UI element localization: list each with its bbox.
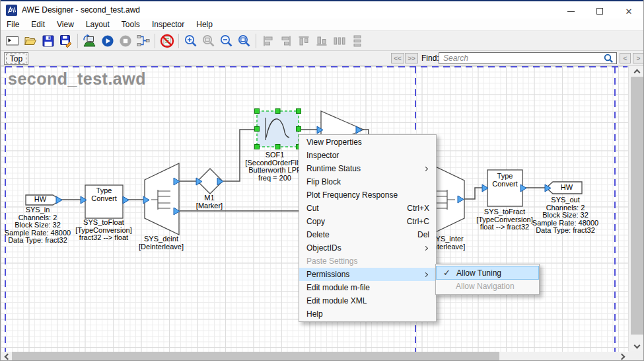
block-sof1-selected[interactable] bbox=[255, 109, 301, 149]
connect-target-icon bbox=[83, 34, 96, 48]
context-menu-item-runtime-status[interactable]: Runtime Status bbox=[299, 162, 436, 175]
menu-file[interactable]: File bbox=[1, 19, 25, 30]
distribute-vertical-icon bbox=[351, 34, 364, 48]
align-right-button[interactable] bbox=[277, 32, 295, 50]
propagate-changes-icon bbox=[136, 34, 150, 48]
align-left-icon bbox=[262, 34, 275, 48]
shortcut-label: Ctrl+X bbox=[407, 204, 429, 213]
pin-sysin-out[interactable] bbox=[56, 196, 62, 204]
maximize-icon bbox=[596, 8, 603, 15]
horizontal-scroll-thumb[interactable] bbox=[12, 352, 499, 361]
menu-inspector[interactable]: Inspector bbox=[146, 19, 190, 30]
context-menu-item-cut[interactable]: CutCtrl+X bbox=[299, 202, 436, 215]
context-menu-item-permissions[interactable]: Permissions bbox=[299, 268, 436, 281]
horizontal-scrollbar[interactable] bbox=[1, 352, 628, 361]
connect-target-button[interactable] bbox=[81, 32, 98, 50]
scroll-down-button[interactable] bbox=[629, 341, 644, 352]
search-icon[interactable] bbox=[604, 54, 614, 63]
find-next-button[interactable]: > bbox=[633, 53, 644, 63]
search-input[interactable] bbox=[439, 52, 617, 64]
menu-layout[interactable]: Layout bbox=[80, 19, 116, 30]
block-sys-deint[interactable] bbox=[145, 163, 179, 235]
close-button[interactable]: ✕ bbox=[614, 3, 643, 20]
save-icon bbox=[42, 34, 55, 48]
save-button[interactable] bbox=[39, 32, 57, 50]
zoom-in-icon bbox=[184, 34, 197, 48]
shortcut-label: Del bbox=[417, 230, 429, 239]
find-label: Find: bbox=[421, 54, 439, 63]
vertical-scroll-thumb[interactable] bbox=[631, 77, 643, 335]
menu-help[interactable]: Help bbox=[190, 19, 219, 30]
zoom-selection-button[interactable] bbox=[199, 32, 217, 50]
menu-tools[interactable]: Tools bbox=[116, 19, 146, 30]
context-menu-item-plot-frequency-response[interactable]: Plot Frequency Response bbox=[299, 188, 436, 202]
find-prev-button[interactable]: < bbox=[620, 53, 631, 63]
open-button[interactable] bbox=[21, 32, 39, 50]
toolbar-separator bbox=[77, 34, 78, 48]
submenu-arrow-icon bbox=[423, 166, 428, 171]
context-menu-item-paste-settings: Paste Settings bbox=[299, 255, 436, 268]
context-menu-item-edit-module-xml[interactable]: Edit module XML bbox=[299, 294, 436, 307]
save-as-button[interactable] bbox=[57, 32, 75, 50]
sof1-caption: SOF1 [SecondOrderFilte Butterworth LPF f… bbox=[245, 151, 304, 182]
disable-profiling-icon bbox=[160, 34, 174, 48]
find-last-button[interactable]: >> bbox=[405, 53, 418, 63]
scroll-right-button[interactable] bbox=[617, 352, 628, 361]
save-as-icon bbox=[59, 34, 73, 48]
menu-bar: File Edit View Layout Tools Inspector He… bbox=[1, 19, 643, 30]
disable-profiling-button[interactable] bbox=[158, 32, 176, 50]
sys-in-caption: SYS_in Channels: 2 Block Size: 32 Sample… bbox=[5, 206, 71, 245]
new-design-button[interactable] bbox=[3, 32, 21, 50]
align-bottom-button[interactable] bbox=[312, 32, 330, 50]
zoom-selection-icon bbox=[201, 34, 215, 48]
submenu-item-allow-tuning[interactable]: ✓ Allow Tuning bbox=[436, 266, 539, 280]
zoom-in-button[interactable] bbox=[182, 32, 199, 50]
window-title: AWE Designer - second_test.awd bbox=[22, 5, 140, 15]
sys-out-shape-label: HW bbox=[552, 184, 582, 192]
sys-tofloat-shape-label: Type Convert bbox=[85, 187, 123, 202]
context-menu-item-edit-module-m-file[interactable]: Edit module m-file bbox=[299, 281, 436, 294]
propagate-changes-button[interactable] bbox=[134, 32, 152, 50]
zoom-out-icon bbox=[219, 34, 233, 48]
tab-top[interactable]: Top bbox=[4, 52, 28, 65]
checkmark-icon: ✓ bbox=[443, 268, 450, 278]
play-button[interactable] bbox=[98, 32, 116, 50]
align-top-button[interactable] bbox=[295, 32, 312, 50]
align-bottom-icon bbox=[315, 34, 328, 48]
submenu-arrow-icon bbox=[423, 245, 428, 250]
context-menu-item-view-properties[interactable]: View Properties bbox=[299, 136, 436, 149]
maximize-button[interactable] bbox=[585, 3, 614, 20]
menu-edit[interactable]: Edit bbox=[25, 19, 51, 30]
distribute-horizontal-icon bbox=[333, 34, 346, 48]
zoom-fit-button[interactable] bbox=[235, 32, 253, 50]
context-menu-item-flip-block[interactable]: Flip Block bbox=[299, 175, 436, 188]
context-menu-item-copy[interactable]: CopyCtrl+C bbox=[299, 215, 436, 228]
vertical-scrollbar[interactable] bbox=[628, 66, 644, 352]
sys-deint-caption: SYS_deint [Deinterleave] bbox=[139, 235, 184, 251]
stop-button[interactable] bbox=[116, 32, 134, 50]
new-design-icon bbox=[6, 34, 19, 48]
menu-view[interactable]: View bbox=[51, 19, 80, 30]
minimize-button[interactable] bbox=[556, 3, 585, 20]
app-window: AWE Designer - second_test.awd ✕ File Ed… bbox=[0, 0, 644, 361]
context-menu-item-objectids[interactable]: ObjectIDs bbox=[299, 241, 436, 255]
sys-tofract-shape-label: Type Convert bbox=[487, 173, 522, 188]
scrollbar-corner bbox=[628, 351, 644, 361]
tab-top-label: Top bbox=[6, 54, 26, 64]
zoom-out-button[interactable] bbox=[217, 32, 235, 50]
context-menu-item-delete[interactable]: DeleteDel bbox=[299, 228, 436, 241]
distribute-horizontal-button[interactable] bbox=[330, 32, 348, 50]
design-canvas[interactable]: second_test.awd bbox=[1, 66, 628, 352]
scroll-left-button[interactable] bbox=[1, 352, 12, 361]
pin-tofloat-out[interactable] bbox=[123, 196, 129, 204]
scroll-up-button[interactable] bbox=[629, 66, 644, 77]
permissions-submenu: ✓ Allow Tuning Allow Navigation bbox=[435, 264, 540, 295]
context-menu-item-inspector[interactable]: Inspector bbox=[299, 149, 436, 162]
shortcut-label: Ctrl+C bbox=[407, 217, 429, 226]
find-first-button[interactable]: << bbox=[391, 53, 404, 63]
align-left-button[interactable] bbox=[259, 32, 277, 50]
toolbar-separator bbox=[256, 34, 256, 48]
minimize-icon bbox=[567, 11, 575, 12]
distribute-vertical-button[interactable] bbox=[348, 32, 366, 50]
context-menu-item-help[interactable]: Help bbox=[299, 307, 436, 321]
